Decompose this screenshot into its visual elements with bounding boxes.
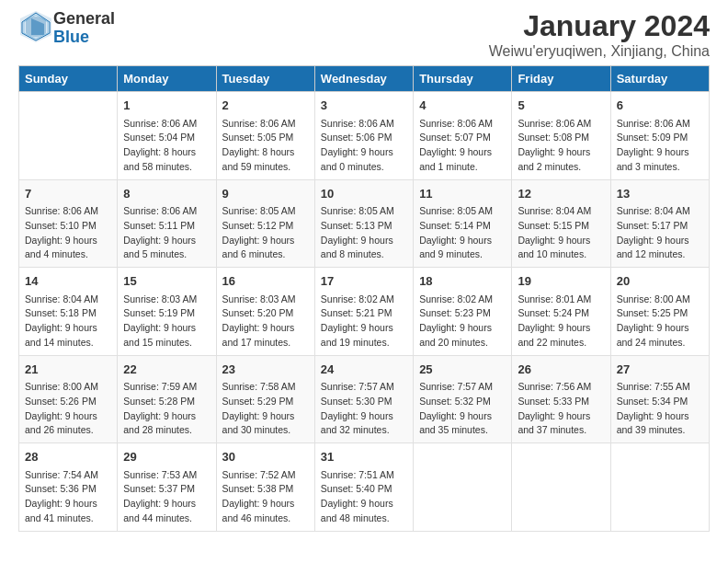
day-number: 31: [321, 448, 407, 466]
day-cell: 21Sunrise: 8:00 AMSunset: 5:26 PMDayligh…: [19, 355, 118, 443]
day-cell: 30Sunrise: 7:52 AMSunset: 5:38 PMDayligh…: [216, 443, 314, 532]
logo-general: General: [53, 9, 115, 28]
day-cell: 24Sunrise: 7:57 AMSunset: 5:30 PMDayligh…: [314, 355, 413, 443]
day-cell: 1Sunrise: 8:06 AMSunset: 5:04 PMDaylight…: [118, 92, 216, 180]
day-number: 20: [617, 272, 703, 291]
day-cell: 26Sunrise: 7:56 AMSunset: 5:33 PMDayligh…: [512, 355, 610, 443]
day-number: 19: [518, 272, 604, 291]
day-details: Sunrise: 8:06 AMSunset: 5:11 PMDaylight:…: [123, 204, 210, 262]
day-details: Sunrise: 8:00 AMSunset: 5:25 PMDaylight:…: [617, 293, 703, 350]
day-cell: 29Sunrise: 7:53 AMSunset: 5:37 PMDayligh…: [118, 443, 216, 532]
header-cell-wednesday: Wednesday: [314, 66, 413, 92]
day-number: 7: [25, 185, 111, 203]
day-cell: [19, 92, 118, 180]
week-row-3: 14Sunrise: 8:04 AMSunset: 5:18 PMDayligh…: [19, 268, 710, 356]
day-details: Sunrise: 7:59 AMSunset: 5:28 PMDaylight:…: [123, 380, 210, 438]
header-cell-saturday: Saturday: [610, 66, 709, 92]
day-cell: 10Sunrise: 8:05 AMSunset: 5:13 PMDayligh…: [314, 179, 413, 268]
day-details: Sunrise: 8:05 AMSunset: 5:14 PMDaylight:…: [419, 204, 506, 262]
day-number: 23: [222, 361, 309, 379]
day-cell: 6Sunrise: 8:06 AMSunset: 5:09 PMDaylight…: [610, 92, 709, 180]
logo-text: General Blue: [53, 10, 115, 47]
logo-icon: [18, 9, 53, 44]
day-cell: 27Sunrise: 7:55 AMSunset: 5:34 PMDayligh…: [610, 355, 709, 443]
day-cell: 20Sunrise: 8:00 AMSunset: 5:25 PMDayligh…: [610, 268, 709, 356]
day-cell: 18Sunrise: 8:02 AMSunset: 5:23 PMDayligh…: [414, 268, 512, 356]
header-row: SundayMondayTuesdayWednesdayThursdayFrid…: [19, 66, 710, 92]
day-cell: 25Sunrise: 7:57 AMSunset: 5:32 PMDayligh…: [414, 355, 512, 443]
day-number: 12: [518, 185, 604, 203]
calendar-table: SundayMondayTuesdayWednesdayThursdayFrid…: [18, 65, 710, 532]
day-cell: 28Sunrise: 7:54 AMSunset: 5:36 PMDayligh…: [19, 443, 118, 532]
day-cell: 16Sunrise: 8:03 AMSunset: 5:20 PMDayligh…: [216, 268, 314, 356]
day-cell: 14Sunrise: 8:04 AMSunset: 5:18 PMDayligh…: [19, 268, 118, 356]
week-row-5: 28Sunrise: 7:54 AMSunset: 5:36 PMDayligh…: [19, 443, 710, 532]
day-cell: 7Sunrise: 8:06 AMSunset: 5:10 PMDaylight…: [19, 179, 118, 268]
title-area: January 2024 Weiwu'eryuqiwen, Xinjiang, …: [489, 9, 710, 60]
day-number: 11: [419, 185, 506, 203]
day-details: Sunrise: 8:06 AMSunset: 5:08 PMDaylight:…: [518, 117, 604, 175]
day-details: Sunrise: 7:51 AMSunset: 5:40 PMDaylight:…: [321, 468, 407, 526]
day-details: Sunrise: 7:56 AMSunset: 5:33 PMDaylight:…: [518, 380, 604, 438]
day-details: Sunrise: 8:06 AMSunset: 5:10 PMDaylight:…: [25, 204, 111, 262]
day-details: Sunrise: 8:06 AMSunset: 5:09 PMDaylight:…: [617, 117, 703, 175]
day-number: 26: [518, 361, 604, 379]
day-number: 3: [321, 97, 407, 115]
day-cell: 23Sunrise: 7:58 AMSunset: 5:29 PMDayligh…: [216, 355, 314, 443]
day-details: Sunrise: 7:54 AMSunset: 5:36 PMDaylight:…: [25, 468, 111, 526]
day-details: Sunrise: 8:02 AMSunset: 5:23 PMDaylight:…: [419, 293, 506, 350]
day-number: 29: [123, 448, 210, 466]
day-details: Sunrise: 7:57 AMSunset: 5:30 PMDaylight:…: [321, 380, 407, 438]
day-cell: [512, 443, 610, 532]
day-number: 22: [123, 361, 210, 379]
day-number: 24: [321, 361, 407, 379]
day-details: Sunrise: 8:03 AMSunset: 5:20 PMDaylight:…: [222, 293, 309, 350]
day-details: Sunrise: 8:04 AMSunset: 5:15 PMDaylight:…: [518, 204, 604, 262]
header-cell-friday: Friday: [512, 66, 610, 92]
day-cell: 11Sunrise: 8:05 AMSunset: 5:14 PMDayligh…: [414, 179, 512, 268]
day-number: 10: [321, 185, 407, 203]
header-cell-tuesday: Tuesday: [216, 66, 314, 92]
day-details: Sunrise: 8:06 AMSunset: 5:06 PMDaylight:…: [321, 117, 407, 175]
day-details: Sunrise: 8:02 AMSunset: 5:21 PMDaylight:…: [321, 293, 407, 350]
day-number: 4: [419, 97, 506, 115]
day-number: 9: [222, 185, 309, 203]
day-cell: 2Sunrise: 8:06 AMSunset: 5:05 PMDaylight…: [216, 92, 314, 180]
day-number: 8: [123, 185, 210, 203]
day-cell: 3Sunrise: 8:06 AMSunset: 5:06 PMDaylight…: [314, 92, 413, 180]
day-cell: 15Sunrise: 8:03 AMSunset: 5:19 PMDayligh…: [118, 268, 216, 356]
day-cell: [414, 443, 512, 532]
day-details: Sunrise: 7:53 AMSunset: 5:37 PMDaylight:…: [123, 468, 210, 526]
day-cell: 22Sunrise: 7:59 AMSunset: 5:28 PMDayligh…: [118, 355, 216, 443]
day-number: 15: [123, 272, 210, 291]
day-details: Sunrise: 8:01 AMSunset: 5:24 PMDaylight:…: [518, 293, 604, 350]
day-details: Sunrise: 7:58 AMSunset: 5:29 PMDaylight:…: [222, 380, 309, 438]
week-row-4: 21Sunrise: 8:00 AMSunset: 5:26 PMDayligh…: [19, 355, 710, 443]
day-cell: 31Sunrise: 7:51 AMSunset: 5:40 PMDayligh…: [314, 443, 413, 532]
day-cell: 19Sunrise: 8:01 AMSunset: 5:24 PMDayligh…: [512, 268, 610, 356]
day-cell: 12Sunrise: 8:04 AMSunset: 5:15 PMDayligh…: [512, 179, 610, 268]
day-details: Sunrise: 7:55 AMSunset: 5:34 PMDaylight:…: [617, 380, 703, 438]
header-cell-monday: Monday: [118, 66, 216, 92]
day-cell: 17Sunrise: 8:02 AMSunset: 5:21 PMDayligh…: [314, 268, 413, 356]
day-number: 14: [25, 272, 111, 291]
day-number: 5: [518, 97, 604, 115]
page-title: January 2024: [489, 9, 710, 43]
day-number: 2: [222, 97, 309, 115]
header-cell-thursday: Thursday: [414, 66, 512, 92]
logo-blue: Blue: [53, 28, 89, 46]
day-details: Sunrise: 8:05 AMSunset: 5:13 PMDaylight:…: [321, 204, 407, 262]
day-cell: 5Sunrise: 8:06 AMSunset: 5:08 PMDaylight…: [512, 92, 610, 180]
day-cell: [610, 443, 709, 532]
day-cell: 4Sunrise: 8:06 AMSunset: 5:07 PMDaylight…: [414, 92, 512, 180]
day-number: 18: [419, 272, 506, 291]
day-number: 6: [617, 97, 703, 115]
day-details: Sunrise: 8:00 AMSunset: 5:26 PMDaylight:…: [25, 380, 111, 438]
logo: General Blue: [18, 9, 115, 48]
day-details: Sunrise: 8:04 AMSunset: 5:18 PMDaylight:…: [25, 293, 111, 350]
day-number: 13: [617, 185, 703, 203]
day-details: Sunrise: 8:06 AMSunset: 5:04 PMDaylight:…: [123, 117, 210, 175]
day-cell: 13Sunrise: 8:04 AMSunset: 5:17 PMDayligh…: [610, 179, 709, 268]
day-details: Sunrise: 8:06 AMSunset: 5:07 PMDaylight:…: [419, 117, 506, 175]
page-header: General Blue January 2024 Weiwu'eryuqiwe…: [18, 9, 710, 60]
